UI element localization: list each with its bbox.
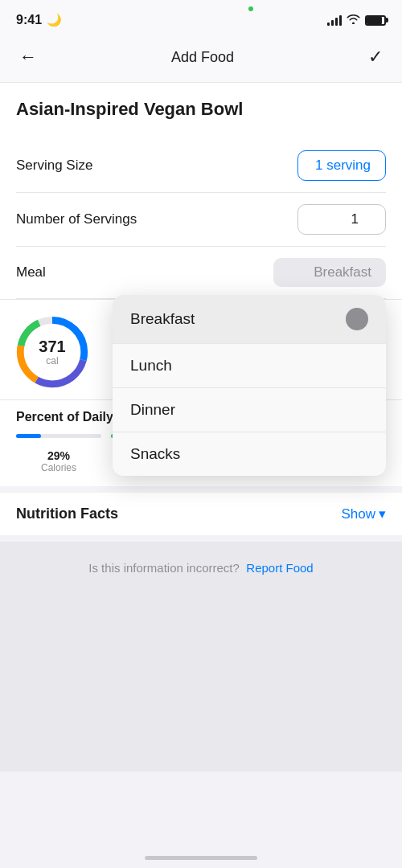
dropdown-label-dinner: Dinner	[130, 401, 175, 419]
calories-percent: 29%	[16, 449, 101, 462]
meal-label: Meal	[16, 264, 46, 280]
calories-bar-track	[16, 434, 101, 438]
meal-row: Meal Breakfast Breakfast Lunch Dinner Sn…	[16, 247, 386, 299]
back-button[interactable]: ←	[16, 43, 40, 71]
serving-size-row: Serving Size 1 serving	[16, 139, 386, 193]
nutrition-facts-section: Nutrition Facts Show ▾	[0, 486, 402, 535]
dropdown-item-breakfast[interactable]: Breakfast	[113, 295, 386, 344]
wifi-icon	[347, 14, 360, 27]
main-content: Asian-Inspired Vegan Bowl Serving Size 1…	[0, 83, 402, 299]
chevron-down-icon: ▾	[379, 506, 386, 522]
confirm-button[interactable]: ✓	[365, 43, 386, 71]
show-nutrition-button[interactable]: Show ▾	[341, 506, 386, 522]
show-label: Show	[341, 506, 375, 522]
radio-breakfast	[346, 308, 368, 330]
home-indicator	[145, 856, 257, 860]
calories-bar-fill	[16, 434, 41, 438]
bottom-area	[0, 595, 402, 772]
status-time: 9:41	[16, 13, 42, 27]
nav-bar: ← Add Food ✓	[0, 35, 402, 83]
report-food-link[interactable]: Report Food	[246, 561, 313, 575]
status-bar: 9:41 🌙	[0, 0, 402, 35]
calorie-label: 371 cal	[39, 338, 65, 366]
battery-icon	[365, 15, 386, 26]
dropdown-item-snacks[interactable]: Snacks	[113, 432, 386, 476]
num-servings-input[interactable]: 1	[297, 204, 386, 235]
dropdown-item-dinner[interactable]: Dinner	[113, 388, 386, 432]
status-icons	[327, 14, 386, 27]
num-servings-label: Number of Servings	[16, 211, 137, 227]
dropdown-label-breakfast: Breakfast	[130, 310, 195, 328]
calorie-amount: 371	[39, 338, 65, 355]
moon-icon: 🌙	[47, 13, 62, 27]
serving-size-label: Serving Size	[16, 158, 92, 174]
nutrition-facts-title: Nutrition Facts	[16, 506, 118, 522]
dropdown-item-lunch[interactable]: Lunch	[113, 344, 386, 388]
meal-dropdown: Breakfast Lunch Dinner Snacks	[113, 295, 386, 476]
meal-select[interactable]: Breakfast	[273, 258, 386, 287]
donut-chart: 371 cal	[16, 316, 88, 388]
report-section: Is this information incorrect? Report Fo…	[0, 542, 402, 595]
signal-icon	[327, 14, 342, 26]
dropdown-label-lunch: Lunch	[130, 357, 172, 375]
num-servings-row: Number of Servings 1	[16, 193, 386, 247]
calories-bar-wrap	[16, 434, 101, 443]
calories-stat: 29% Calories	[16, 449, 101, 473]
green-dot	[248, 6, 253, 11]
page-title: Add Food	[171, 49, 234, 66]
dropdown-label-snacks: Snacks	[130, 445, 180, 463]
calorie-unit: cal	[39, 355, 65, 366]
calories-stat-label: Calories	[16, 462, 101, 473]
report-text: Is this information incorrect?	[88, 561, 240, 575]
food-title: Asian-Inspired Vegan Bowl	[16, 99, 386, 120]
serving-size-button[interactable]: 1 serving	[297, 150, 386, 181]
